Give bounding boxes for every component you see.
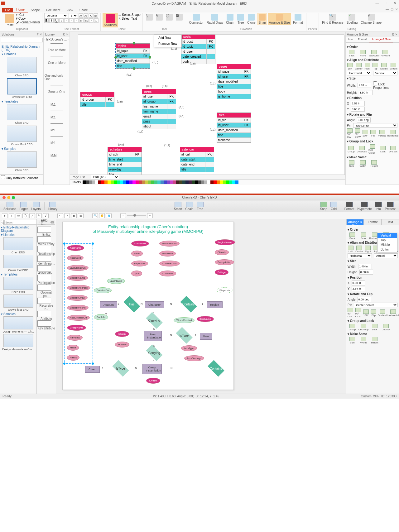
table-users[interactable]: usersid_userPKid_groupFKfirst_namefam_na… — [142, 89, 176, 129]
as-unlock[interactable]: UnLock — [381, 324, 391, 331]
font-shrink-icon[interactable]: A↓ — [84, 13, 88, 18]
height-input[interactable] — [359, 270, 373, 275]
as-lock[interactable]: Lock — [379, 146, 387, 153]
attr-hitpoints[interactable]: HitPoints — [67, 335, 83, 341]
find-button[interactable]: 🔍Find & Replace — [321, 13, 344, 25]
chain-button[interactable]: Chain — [225, 13, 235, 25]
as-left[interactable]: Left — [347, 63, 353, 70]
thumb-crow[interactable] — [3, 255, 33, 268]
clone-button[interactable]: Clone — [246, 13, 257, 25]
select-shape-button[interactable]: ▭ Select Shape — [118, 13, 141, 17]
lib-shape[interactable]: Weak entity — [37, 236, 55, 246]
nav-back-icon[interactable]: ◁ — [1, 220, 4, 225]
as-right[interactable]: Right — [365, 246, 371, 253]
angle-input[interactable] — [357, 117, 371, 122]
attr-exppoints[interactable]: ExpPoints — [131, 261, 148, 266]
thumb-de1[interactable] — [3, 316, 33, 329]
fontsize-select[interactable]: 12 — [69, 13, 78, 18]
sub-icon[interactable]: x₂ — [84, 18, 89, 23]
tab-share[interactable]: Share — [76, 8, 91, 12]
pin-select[interactable]: Center-Center — [354, 303, 398, 307]
number-icon[interactable]: 1. — [94, 18, 99, 23]
tb-hypernote[interactable]: Hypernote — [356, 202, 373, 211]
attr-sbscrbrname[interactable]: SbscrbrName — [67, 275, 88, 281]
thumb-chen[interactable] — [7, 57, 37, 73]
thumb-crow2[interactable] — [3, 295, 33, 308]
as-group[interactable]: Group — [347, 146, 355, 153]
as-flip[interactable]: Flip — [371, 309, 377, 317]
attr-level[interactable]: Level — [131, 251, 143, 256]
zoom-slider[interactable] — [127, 215, 146, 216]
line-tool-icon[interactable]: ╲ — [145, 13, 154, 22]
spell-button[interactable]: ✓Spelling — [345, 13, 359, 25]
as2-tab-text[interactable]: Text — [382, 219, 399, 225]
attr-mana[interactable]: Mana — [67, 345, 79, 351]
attr-whencreated[interactable]: WhenCreated — [174, 317, 195, 323]
rel-istype2[interactable]: IsType — [112, 360, 129, 377]
color-swatches[interactable] — [83, 180, 238, 184]
as-backward[interactable]: Backward — [369, 50, 379, 57]
attr-acctcreatedon[interactable]: AcctCreatedOn — [67, 315, 90, 321]
entity-item[interactable]: Item — [200, 333, 212, 340]
attr-regionname[interactable]: RegionName — [215, 239, 235, 245]
attr-climate[interactable]: Climate — [215, 249, 229, 255]
tab-view[interactable]: View — [63, 8, 76, 12]
lib-item[interactable]: M:1 — [50, 123, 63, 132]
pin-icon[interactable]: ⊼ ✕ — [36, 33, 42, 36]
tb-pages[interactable]: Pages — [18, 202, 29, 211]
format-button[interactable]: Format — [292, 13, 304, 25]
text-tool-icon[interactable]: A — [155, 13, 164, 22]
attr-itemdamage[interactable]: ItemDamage — [184, 355, 204, 361]
ungroup-icon[interactable]: ▦ — [78, 213, 84, 218]
minimize-icon[interactable]: — — [374, 0, 380, 6]
zoom-icon[interactable]: 🔍 — [92, 213, 98, 218]
ctx-add-row[interactable]: Add Row — [154, 35, 181, 41]
table-pages[interactable]: pagesid_pagePKid_userFKdate_modifiedtitl… — [217, 64, 251, 99]
attr-idnum2[interactable]: IDNum. — [146, 378, 160, 384]
as-flip[interactable]: Flip — [370, 130, 376, 137]
as-vertical[interactable]: Vertical — [378, 309, 387, 317]
thumb-chen[interactable] — [3, 237, 33, 250]
tb-info[interactable]: Info — [374, 202, 383, 211]
tab-home[interactable]: Home — [13, 7, 28, 12]
as-group[interactable]: Group — [348, 324, 357, 331]
as2-tab-format[interactable]: Format — [364, 219, 381, 225]
mac-max-icon[interactable] — [12, 196, 15, 199]
attr-lastplayed[interactable]: LastPlayed — [107, 278, 125, 284]
rapid-button[interactable]: Rapid Draw — [205, 13, 224, 25]
as-back[interactable]: Back — [348, 232, 357, 240]
attr-precipitation[interactable]: Precipitation — [215, 259, 234, 265]
as-tab-format[interactable]: Format — [355, 37, 369, 42]
lib-item[interactable]: M:M — [50, 148, 63, 157]
as-edit group[interactable]: Edit Group — [368, 144, 377, 154]
sup-icon[interactable]: x² — [79, 18, 84, 23]
as-width[interactable]: Width — [358, 160, 368, 167]
lib-shape[interactable]: Relationship — [37, 246, 55, 256]
width-input[interactable] — [358, 83, 371, 88]
attr-maxhitpoints[interactable]: MaxHitPoints — [159, 241, 180, 247]
rel-istype[interactable]: IsType — [176, 327, 193, 344]
lib-item[interactable]: One or More — [48, 55, 65, 65]
entity-region[interactable]: Region — [207, 301, 223, 308]
hdist-select[interactable]: Horizontal — [348, 253, 372, 258]
x-input[interactable] — [352, 280, 365, 285]
canvas[interactable]: topics id_topicPKid_userFKdate_modifiedt… — [70, 32, 345, 185]
table-groups[interactable]: groupsid_groupPKtitle — [80, 92, 114, 107]
solutions-button[interactable]: Solutions — [103, 13, 118, 27]
entity-item-inst[interactable]: Item Instantiation — [144, 331, 162, 341]
entity-account[interactable]: Account — [100, 301, 117, 308]
lib-item[interactable]: Zero or One — [48, 84, 65, 93]
attr-sbscrbrphone[interactable]: SbscrbrPhone — [67, 305, 89, 311]
as-center[interactable]: Center — [355, 246, 363, 253]
zoom-out-icon[interactable]: − — [120, 213, 126, 218]
pointer-icon[interactable]: ▶ — [2, 213, 7, 218]
solutions-search[interactable] — [1, 38, 43, 42]
attr-playersin[interactable]: PlayersIn — [217, 287, 233, 293]
pen-icon[interactable]: ✎ — [36, 213, 42, 218]
lib-item[interactable]: M:1 — [50, 97, 63, 106]
bold-icon[interactable]: B — [44, 18, 49, 23]
sol-samples[interactable]: ▾ Samples — [1, 312, 36, 316]
image-tool-icon[interactable]: 🖼 — [175, 13, 184, 22]
attr-created[interactable]: CreatedOn — [94, 287, 112, 293]
vdist-select[interactable]: Vertical — [374, 253, 398, 258]
